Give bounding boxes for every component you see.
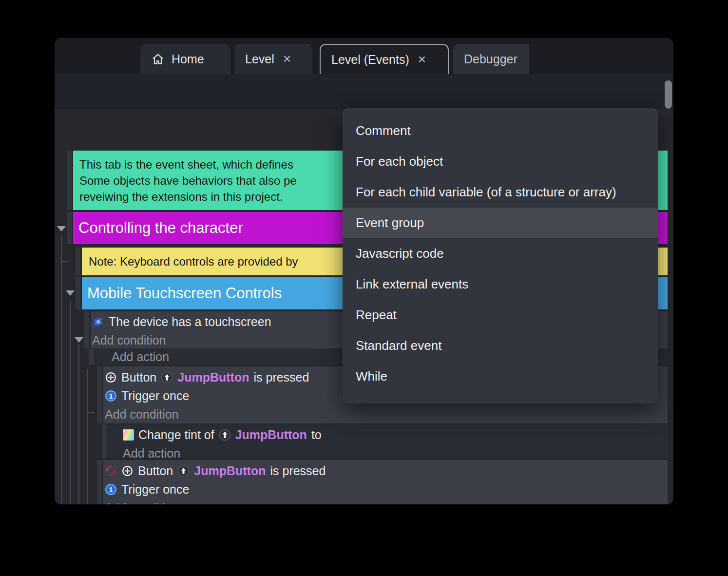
- svg-text:1: 1: [109, 392, 113, 400]
- instance-arrow-icon: [219, 429, 231, 441]
- collapse-arrow[interactable]: [75, 337, 83, 343]
- tree-line: [70, 301, 71, 504]
- vertical-scrollbar-thumb[interactable]: [665, 80, 672, 109]
- collapse-arrow[interactable]: [57, 226, 66, 231]
- add-condition-link[interactable]: Add condition: [103, 405, 668, 423]
- tree-connector: [61, 261, 67, 262]
- instance-arrow-icon: [177, 465, 190, 477]
- instance-arrow-icon: [161, 371, 173, 384]
- tree-connector: [87, 412, 95, 413]
- button-object-icon: [121, 465, 134, 477]
- condition-object: Button: [138, 464, 173, 478]
- instance-name: JumpButton: [194, 464, 266, 478]
- event-block[interactable]: Button JumpButton is pressed 1 Trigger o…: [97, 460, 668, 504]
- note-text: Note: Keyboard controls are provided by: [89, 255, 298, 269]
- menu-item-repeat[interactable]: Repeat: [343, 300, 658, 330]
- menu-item-for-each-child-variable[interactable]: For each child variable (of a structure …: [343, 177, 658, 208]
- tab-level-events-close-icon[interactable]: ×: [416, 53, 428, 66]
- menu-item-while[interactable]: While: [343, 361, 658, 392]
- menu-item-comment[interactable]: Comment: [343, 115, 658, 146]
- condition-text: Trigger once: [121, 482, 189, 497]
- tab-debugger-label: Debugger: [464, 52, 517, 66]
- app-window: Home Level × Level (Events) × Debugger: [55, 38, 673, 504]
- condition-text: The device has a touchscreen: [109, 315, 271, 329]
- condition-text: Trigger once: [121, 389, 189, 403]
- add-event-context-menu: Comment For each object For each child v…: [343, 108, 658, 403]
- instance-name: JumpButton: [235, 428, 307, 442]
- home-icon: [151, 52, 165, 66]
- instance-name: JumpButton: [177, 370, 249, 384]
- tab-level-events[interactable]: Level (Events) ×: [320, 44, 449, 74]
- collapse-arrow[interactable]: [66, 290, 75, 296]
- tab-level[interactable]: Level ×: [234, 44, 312, 74]
- action-block[interactable]: Change tint of JumpButton to Add action: [102, 424, 668, 458]
- menu-item-standard-event[interactable]: Standard event: [343, 330, 658, 361]
- tab-bar: Home Level × Level (Events) × Debugger: [55, 38, 673, 74]
- tab-level-close-icon[interactable]: ×: [281, 52, 293, 66]
- tab-home[interactable]: Home: [140, 44, 230, 74]
- add-condition-link[interactable]: Add condition: [103, 499, 668, 504]
- tint-icon: [123, 429, 134, 441]
- red-cycle-arrows-icon: [105, 465, 117, 477]
- tab-debugger[interactable]: Debugger: [453, 44, 529, 74]
- tab-level-label: Level: [245, 52, 274, 66]
- tree-line: [78, 344, 79, 504]
- tree-line: [61, 236, 62, 504]
- action-text: Change tint of: [138, 428, 214, 442]
- trigger-once-icon: 1: [105, 483, 117, 496]
- gear-icon: [92, 316, 104, 328]
- menu-item-javascript-code[interactable]: Javascript code: [343, 238, 658, 269]
- tab-level-events-label: Level (Events): [331, 53, 409, 67]
- trigger-once-icon: 1: [105, 390, 117, 402]
- tab-home-label: Home: [172, 52, 204, 66]
- button-object-icon: [105, 371, 117, 384]
- condition-object: Button: [121, 370, 156, 384]
- svg-text:1: 1: [109, 485, 113, 493]
- condition-text: is pressed: [270, 464, 326, 478]
- menu-item-for-each-object[interactable]: For each object: [343, 146, 658, 177]
- action-text: to: [311, 428, 322, 442]
- condition-text: is pressed: [253, 370, 309, 384]
- menu-item-event-group[interactable]: Event group: [343, 208, 658, 238]
- menu-item-link-external-events[interactable]: Link external events: [343, 269, 658, 300]
- tree-line: [87, 369, 88, 504]
- add-action-link[interactable]: Add action: [108, 444, 668, 458]
